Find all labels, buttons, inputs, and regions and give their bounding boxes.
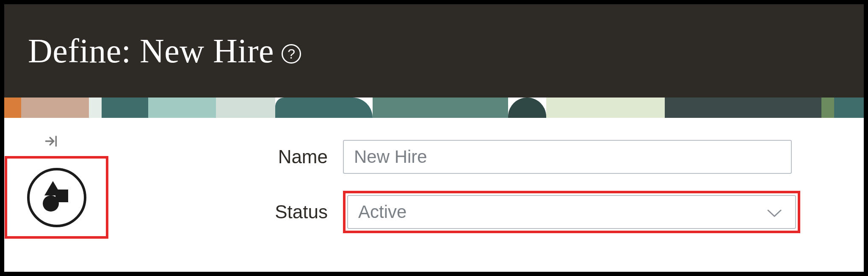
content-area: Name New Hire Status Active [4, 118, 864, 233]
name-input[interactable]: New Hire [343, 140, 792, 174]
define-form: Name New Hire Status Active [250, 140, 847, 233]
shapes-badge-highlight [5, 156, 108, 239]
shapes-icon [42, 183, 72, 212]
status-highlight: Active [343, 191, 800, 233]
status-value: Active [358, 202, 406, 222]
help-icon[interactable]: ? [282, 44, 301, 64]
name-row: Name New Hire [250, 140, 847, 174]
page-title: Define: New Hire [28, 32, 274, 70]
page-header: Define: New Hire ? [4, 4, 864, 98]
shapes-badge-button[interactable] [27, 168, 86, 227]
name-label: Name [250, 146, 343, 167]
collapse-sidebar-icon [44, 134, 58, 148]
app-frame: Define: New Hire ? [0, 0, 868, 276]
collapse-sidebar-button[interactable] [41, 133, 61, 149]
status-row: Status Active [250, 191, 847, 233]
help-glyph: ? [287, 46, 295, 62]
decorative-banner [4, 98, 864, 118]
chevron-down-icon [766, 202, 782, 222]
status-select[interactable]: Active [347, 195, 796, 229]
status-label: Status [250, 201, 343, 223]
name-value: New Hire [354, 147, 427, 167]
